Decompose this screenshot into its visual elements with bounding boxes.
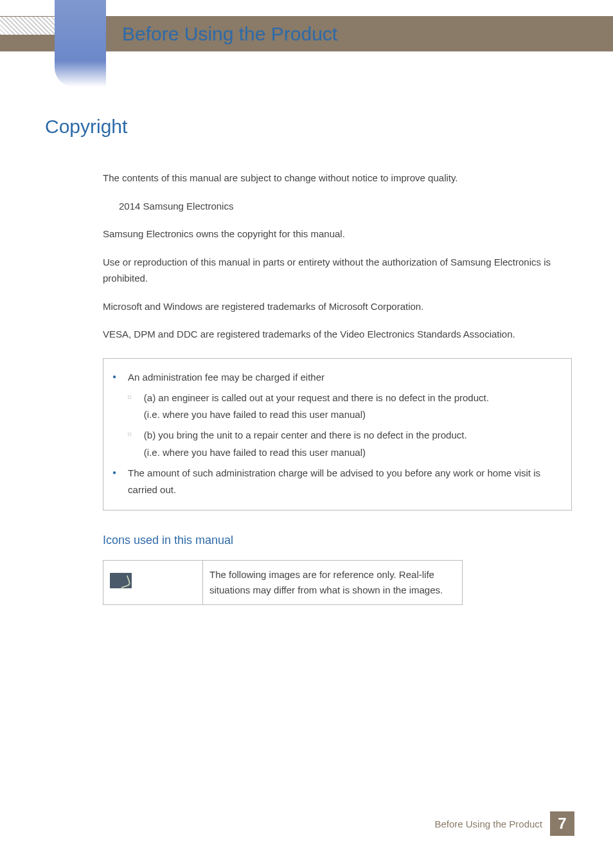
corner-hatch-decoration xyxy=(0,17,55,35)
page-number-badge: 7 xyxy=(550,811,574,836)
notice-sub-line: (i.e. where you have failed to read this… xyxy=(144,409,366,420)
reference-icon-cell xyxy=(103,561,203,605)
notice-sub-item: □ (a) an engineer is called out at your … xyxy=(112,390,562,424)
notice-sub-line: (i.e. where you have failed to read this… xyxy=(144,447,366,458)
square-bullet-icon: □ xyxy=(128,431,131,437)
square-bullet-icon: □ xyxy=(128,394,131,400)
page-footer: Before Using the Product 7 xyxy=(434,811,574,836)
section-heading-copyright: Copyright xyxy=(45,116,572,138)
chapter-title: Before Using the Product xyxy=(122,23,337,45)
notice-text: An administration fee may be charged if … xyxy=(128,369,324,386)
notice-sub-item: □ (b) you bring the unit to a repair cen… xyxy=(112,427,562,461)
copyright-paragraph: Samsung Electronics owns the copyright f… xyxy=(103,226,572,242)
notice-text: (b) you bring the unit to a repair cente… xyxy=(144,427,467,461)
copyright-paragraph: The contents of this manual are subject … xyxy=(103,170,572,186)
notice-text: (a) an engineer is called out at your re… xyxy=(144,390,489,424)
copyright-paragraph: Use or reproduction of this manual in pa… xyxy=(103,254,572,287)
page-content: Copyright The contents of this manual ar… xyxy=(45,116,572,605)
notice-bullet-item: ● An administration fee may be charged i… xyxy=(112,369,562,386)
table-row: The following images are for reference o… xyxy=(103,561,463,605)
copyright-paragraph: Microsoft and Windows are registered tra… xyxy=(103,298,572,315)
sub-heading-icons: Icons used in this manual xyxy=(103,534,572,547)
icons-table: The following images are for reference o… xyxy=(103,560,463,605)
icon-description-cell: The following images are for reference o… xyxy=(203,561,463,605)
footer-chapter-label: Before Using the Product xyxy=(434,818,542,829)
administration-fee-notice-box: ● An administration fee may be charged i… xyxy=(103,358,572,511)
notice-sub-line: (b) you bring the unit to a repair cente… xyxy=(144,429,467,440)
bullet-icon: ● xyxy=(112,373,116,380)
reference-image-icon xyxy=(110,573,132,588)
copyright-year-line: 2014 Samsung Electronics xyxy=(119,198,572,215)
notice-sub-line: (a) an engineer is called out at your re… xyxy=(144,392,489,403)
copyright-paragraph: VESA, DPM and DDC are registered tradema… xyxy=(103,326,572,343)
bullet-icon: ● xyxy=(112,469,116,476)
notice-bullet-item: ● The amount of such administration char… xyxy=(112,465,562,499)
notice-text: The amount of such administration charge… xyxy=(128,465,562,499)
chapter-tab-decoration xyxy=(55,0,106,87)
